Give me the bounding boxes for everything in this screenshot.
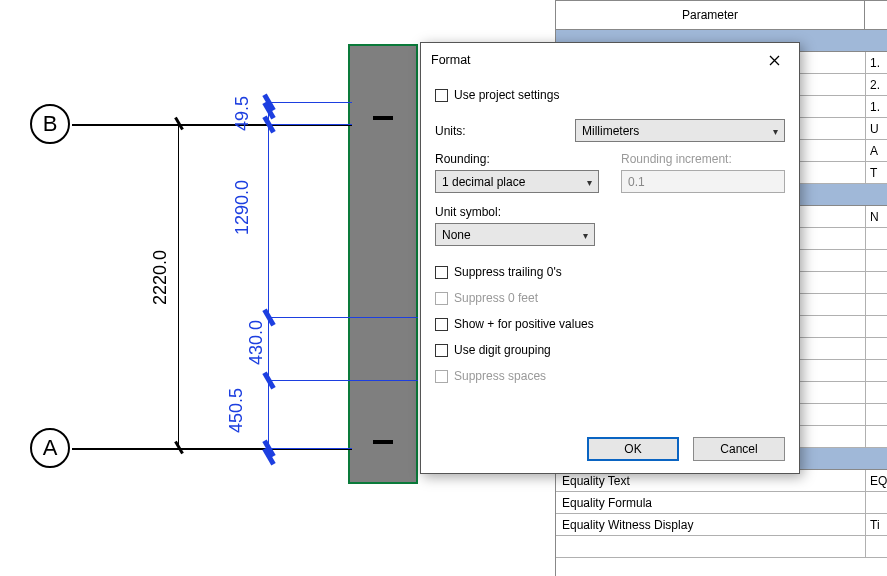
dim-line-blue-main (268, 100, 269, 458)
dim-430[interactable]: 430.0 (246, 320, 267, 365)
suppress-zero-feet-checkbox (435, 292, 448, 305)
use-project-settings-label: Use project settings (454, 88, 559, 102)
rounding-select[interactable]: 1 decimal place ▾ (435, 170, 599, 193)
dim-ext-5 (268, 448, 352, 449)
units-select[interactable]: Millimeters ▾ (575, 119, 785, 142)
use-project-settings-checkbox[interactable] (435, 89, 448, 102)
param-row-equality-formula[interactable]: Equality Formula (556, 492, 887, 514)
wall-element[interactable] (348, 44, 418, 484)
rounding-value: 1 decimal place (442, 175, 525, 189)
dim-overall[interactable]: 2220.0 (150, 250, 171, 305)
suppress-spaces-checkbox (435, 370, 448, 383)
wall-ref-mark-top (373, 116, 393, 120)
rounding-increment-field: 0.1 (621, 170, 785, 193)
dim-ext-3 (268, 317, 418, 318)
close-icon (769, 55, 780, 66)
suppress-trailing-zeros-label: Suppress trailing 0's (454, 265, 562, 279)
param-row[interactable] (556, 536, 887, 558)
rounding-increment-label: Rounding increment: (621, 152, 785, 166)
units-label: Units: (435, 124, 575, 138)
units-value: Millimeters (582, 124, 639, 138)
dim-ext-4 (268, 380, 418, 381)
ok-button[interactable]: OK (587, 437, 679, 461)
suppress-spaces-label: Suppress spaces (454, 369, 546, 383)
wall-ref-mark-bottom (373, 440, 393, 444)
param-header-label: Parameter (556, 1, 865, 29)
unit-symbol-value: None (442, 228, 471, 242)
show-plus-checkbox[interactable] (435, 318, 448, 331)
digit-grouping-label: Use digit grouping (454, 343, 551, 357)
dim-line-overall (178, 124, 179, 448)
dim-ext-2 (268, 124, 352, 125)
suppress-trailing-zeros-checkbox[interactable] (435, 266, 448, 279)
show-plus-label: Show + for positive values (454, 317, 594, 331)
chevron-down-icon: ▾ (583, 229, 588, 240)
param-header-row: Parameter (556, 0, 887, 30)
unit-symbol-label: Unit symbol: (435, 205, 785, 219)
dim-top[interactable]: 49.5 (232, 96, 253, 131)
close-button[interactable] (759, 45, 789, 75)
unit-symbol-select[interactable]: None ▾ (435, 223, 595, 246)
dialog-titlebar: Format (421, 43, 799, 77)
dim-ext-1 (268, 102, 352, 103)
grid-label: B (43, 111, 58, 137)
suppress-zero-feet-label: Suppress 0 feet (454, 291, 538, 305)
format-dialog: Format Use project settings Units: Milli… (420, 42, 800, 474)
grid-bubble-b[interactable]: B (30, 104, 70, 144)
dim-bottom[interactable]: 450.5 (226, 388, 247, 433)
chevron-down-icon: ▾ (773, 125, 778, 136)
rounding-label: Rounding: (435, 152, 599, 166)
param-row-equality-witness[interactable]: Equality Witness Display Ti (556, 514, 887, 536)
cancel-button[interactable]: Cancel (693, 437, 785, 461)
chevron-down-icon: ▾ (587, 176, 592, 187)
grid-label: A (43, 435, 58, 461)
digit-grouping-checkbox[interactable] (435, 344, 448, 357)
dialog-title: Format (431, 53, 471, 67)
dim-mid[interactable]: 1290.0 (232, 180, 253, 235)
grid-bubble-a[interactable]: A (30, 428, 70, 468)
